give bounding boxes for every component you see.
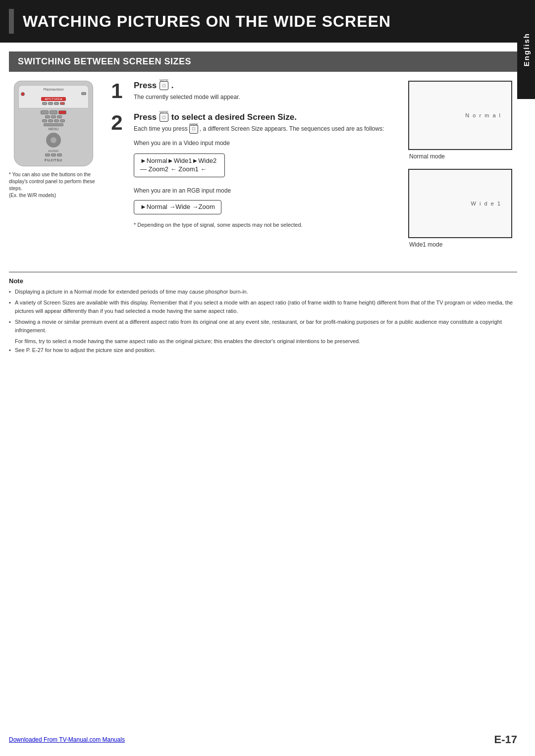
- video-row: [18, 119, 89, 122]
- step2-inline-icon: WIDE □: [189, 125, 198, 134]
- middle-column: 1 Press WIDE □ . The currently selected …: [108, 81, 398, 257]
- note-item-3: Showing a movie or similar premium event…: [9, 318, 517, 335]
- video-input-label: When you are in a Video input mode: [134, 139, 398, 148]
- normal-mode-preview: N o r m a l: [408, 81, 512, 150]
- side-tab-label: English: [522, 33, 531, 66]
- video-seq-text2: — Zoom2 ← Zoom1 ←: [140, 165, 207, 173]
- normal-mode-caption: Normal mode: [408, 153, 517, 160]
- rgb1-btn: [41, 110, 49, 114]
- bottom-row: [18, 153, 89, 156]
- step2-wide-icon-top: WIDE: [160, 110, 168, 114]
- step2-title-pre: Press: [134, 112, 157, 122]
- disp-btn2: [58, 110, 66, 114]
- remote-top-buttons: [21, 92, 86, 96]
- step2-asterisk: * Depending on the type of signal, some …: [134, 221, 398, 229]
- display-row: [21, 102, 86, 105]
- video-seq-line1: ►Normal►Wide1►Wide2 ​: [140, 157, 218, 164]
- remote-brand-label: Plasmavision: [21, 88, 86, 91]
- step1-title-post: .: [171, 81, 174, 91]
- wide-btn: [60, 102, 65, 105]
- rgb-row1: [18, 110, 89, 114]
- video3: [54, 119, 59, 122]
- left-column: Plasmavision ◄PICTURE►: [9, 81, 98, 257]
- rgb-section: When you are in an RGB input mode ►Norma…: [134, 186, 398, 214]
- note-section: Note Displaying a picture in a Normal mo…: [9, 272, 517, 354]
- footer-link[interactable]: Downloaded From TV-Manual.com Manuals: [9, 736, 125, 743]
- b1: [45, 153, 50, 156]
- step2-block: 2 Press WIDE □ to select a desired Scree…: [108, 112, 398, 232]
- mute-btn: [81, 92, 86, 95]
- step2-desc: Each time you press WIDE □ , a different…: [134, 124, 398, 134]
- remote-top: Plasmavision ◄PICTURE►: [18, 85, 89, 108]
- main-title: WATCHING PICTURES ON THE WIDE SCREEN: [23, 12, 391, 31]
- rgb-sequence-box: ►Normal →Wide →Zoom: [134, 200, 221, 214]
- step2-number: 2: [108, 112, 126, 133]
- page-number: E-17: [494, 733, 517, 746]
- section-title: SWITCHING BETWEEN SCREEN SIZES: [18, 56, 191, 66]
- wide1-label-inside: W i d e 1: [471, 201, 501, 206]
- extra-row: [18, 123, 89, 126]
- menu-label: MENU: [18, 127, 89, 131]
- video-section: When you are in a Video input mode ►Norm…: [134, 139, 398, 181]
- wide1-mode-caption: Wide1 mode: [408, 241, 517, 248]
- section-header: SWITCHING BETWEEN SCREEN SIZES: [9, 51, 517, 72]
- remote-illustration: Plasmavision ◄PICTURE►: [14, 81, 93, 166]
- step1-desc: The currently selected mode will appear.: [134, 93, 398, 101]
- enter-label: ENTER: [18, 150, 89, 152]
- r2: [51, 115, 56, 118]
- rgb-seq-text: ►Normal →Wide →Zoom: [140, 203, 215, 210]
- r3: [57, 115, 62, 118]
- step2-wide-icon: WIDE □: [160, 113, 168, 122]
- wide-icon-top-label: WIDE: [160, 79, 168, 82]
- mode-btn: [48, 102, 53, 105]
- video2: [48, 119, 53, 122]
- step2-inline-icon-top: WIDE: [189, 122, 198, 128]
- b2: [51, 153, 56, 156]
- memory-btn: [54, 102, 59, 105]
- note-item-2: A variety of Screen Sizes are available …: [9, 299, 517, 316]
- video-seq-line2: — Zoom2 ← Zoom1 ←: [140, 165, 218, 173]
- ex1: [44, 123, 63, 126]
- rgb-seq-line: ►Normal →Wide →Zoom: [140, 203, 215, 210]
- side-tab: English: [517, 0, 535, 99]
- nav-center: [51, 137, 56, 143]
- remote-brand: FUJITSU: [18, 158, 89, 162]
- rgb2-btn: [50, 110, 57, 114]
- note-item-4: See P. E-27 for how to adjust the pictur…: [9, 346, 517, 355]
- step1-block: 1 Press WIDE □ . The currently selected …: [108, 81, 398, 101]
- rgb-row2: [18, 115, 89, 118]
- vol: [60, 119, 65, 122]
- step1-title: Press WIDE □ .: [134, 81, 398, 91]
- video-sequence-box: ►Normal►Wide1►Wide2 ​ — Zoom2 ← Zoom1 ←: [134, 153, 225, 177]
- step1-number: 1: [108, 81, 126, 101]
- page-footer: Downloaded From TV-Manual.com Manuals E-…: [9, 733, 517, 746]
- note-item-1: Displaying a picture in a Normal mode fo…: [9, 288, 517, 297]
- note-title: Note: [9, 277, 517, 285]
- normal-label-inside: N o r m a l: [465, 112, 501, 118]
- step2-content: Press WIDE □ to select a desired Screen …: [134, 112, 398, 232]
- display-btn: [42, 102, 47, 105]
- power-btn: [21, 92, 25, 96]
- r1: [45, 115, 50, 118]
- step1-wide-icon: WIDE □: [160, 81, 168, 90]
- note-item-3-sub: For films, try to select a mode having t…: [9, 337, 517, 346]
- nav-circle: [46, 133, 61, 148]
- remote-body: Plasmavision ◄PICTURE►: [14, 81, 93, 166]
- rgb-input-label: When you are in an RGB input mode: [134, 186, 398, 195]
- step1-content: Press WIDE □ . The currently selected mo…: [134, 81, 398, 101]
- picture-btn: ◄PICTURE►: [41, 97, 66, 101]
- b3: [57, 153, 62, 156]
- right-column: N o r m a l Normal mode W i d e 1 Wide1 …: [408, 81, 517, 257]
- step2-title: Press WIDE □ to select a desired Screen …: [134, 112, 398, 122]
- title-accent: [9, 9, 14, 34]
- main-title-bar: WATCHING PICTURES ON THE WIDE SCREEN: [0, 0, 517, 43]
- video1: [42, 119, 47, 122]
- step2-title-post: to select a desired Screen Size.: [171, 112, 297, 122]
- step1-title-pre: Press: [134, 81, 157, 91]
- wide1-mode-preview: W i d e 1: [408, 169, 512, 238]
- content-area: Plasmavision ◄PICTURE►: [9, 81, 517, 257]
- remote-note: * You can also use the buttons on the di…: [9, 171, 98, 199]
- video-seq-text1: ►Normal►Wide1►Wide2: [140, 157, 216, 164]
